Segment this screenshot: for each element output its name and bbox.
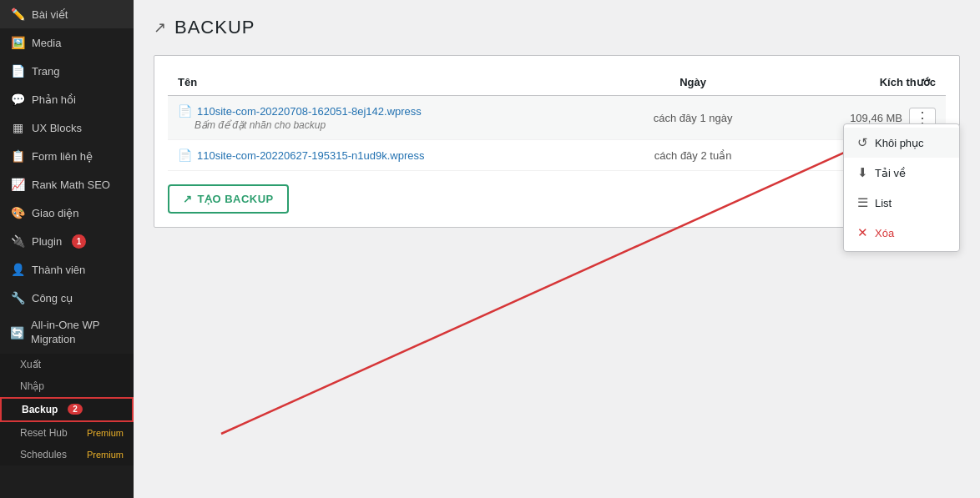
sidebar-item-rank-math-seo[interactable]: 📈 Rank Math SEO [0, 170, 134, 199]
col-header-name: Tên [168, 69, 596, 96]
user-icon: 👤 [10, 262, 25, 277]
restore-label: Khôi phục [875, 137, 924, 149]
sidebar-item-all-in-one[interactable]: 🔄 All-in-One WP Migration [0, 312, 134, 354]
file-name-1[interactable]: 110site-com-20220708-162051-8ej142.wpres… [197, 105, 422, 118]
list-icon: ☰ [857, 195, 868, 210]
table-row[interactable]: 📄 110site-com-20220708-162051-8ej142.wpr… [168, 96, 946, 140]
size-value-1: 109,46 MB [850, 112, 902, 124]
sidebar-submenu-all-in-one: Xuất Nhập Backup 2 Reset Hub Premium Sch… [0, 354, 134, 465]
sidebar-item-trang[interactable]: 📄 Trang [0, 57, 134, 85]
sidebar-item-nhap[interactable]: Nhập [0, 375, 134, 397]
export-icon: ↗ [154, 18, 166, 37]
backup-table: Tên Ngày Kích thước 📄 110site-com-202207… [168, 69, 946, 171]
file-hint-1: Bấm để đặt nhãn cho backup [194, 119, 586, 131]
file-date-2: cách đây 2 tuần [596, 140, 791, 171]
main-content: ↗ BACKUP Tên Ngày Kích thước 📄 [134, 0, 980, 498]
create-backup-label: TẠO BACKUP [198, 193, 274, 205]
migration-icon: 🔄 [10, 325, 24, 340]
backup-badge: 2 [68, 404, 83, 415]
download-icon: ⬇ [857, 165, 868, 180]
backup-table-container: Tên Ngày Kích thước 📄 110site-com-202207… [154, 55, 960, 228]
file-name-2[interactable]: 110site-com-20220627-195315-n1ud9k.wpres… [197, 149, 424, 162]
sidebar: ✏️ Bài viết 🖼️ Media 📄 Trang 💬 Phản hồi … [0, 0, 134, 498]
dropdown-item-restore[interactable]: ↺ Khôi phục [844, 128, 959, 158]
edit-icon: ✏️ [10, 7, 25, 22]
dropdown-menu: ↺ Khôi phục ⬇ Tải về ☰ List ✕ Xóa [843, 123, 960, 252]
file-name-cell-1: 📄 110site-com-20220708-162051-8ej142.wpr… [168, 96, 596, 140]
col-header-size: Kích thước [791, 69, 946, 96]
sidebar-item-ux-blocks[interactable]: ▦ UX Blocks [0, 113, 134, 142]
dropdown-item-download[interactable]: ⬇ Tải về [844, 158, 959, 188]
page-icon: 📄 [10, 63, 25, 78]
media-icon: 🖼️ [10, 35, 25, 50]
create-backup-button[interactable]: ↗ TẠO BACKUP [168, 184, 289, 214]
list-label: List [875, 197, 892, 209]
tools-icon: 🔧 [10, 290, 25, 305]
sidebar-item-media[interactable]: 🖼️ Media [0, 28, 134, 57]
sidebar-item-thanh-vien[interactable]: 👤 Thành viên [0, 255, 134, 284]
reset-hub-premium: Premium [87, 428, 124, 438]
file-icon-1: 📄 [178, 104, 192, 118]
sidebar-item-reset-hub[interactable]: Reset Hub Premium [0, 422, 134, 444]
page-header: ↗ BACKUP [154, 17, 960, 38]
blocks-icon: ▦ [10, 120, 25, 135]
dropdown-item-delete[interactable]: ✕ Xóa [844, 218, 959, 248]
sidebar-item-schedules[interactable]: Schedules Premium [0, 444, 134, 465]
sidebar-item-cong-cu[interactable]: 🔧 Công cụ [0, 284, 134, 312]
col-header-date: Ngày [596, 69, 791, 96]
comment-icon: 💬 [10, 92, 25, 107]
download-label: Tải về [875, 167, 906, 179]
theme-icon: 🎨 [10, 205, 25, 220]
delete-label: Xóa [875, 227, 894, 239]
plugin-icon: 🔌 [10, 234, 25, 249]
file-date-1: cách đây 1 ngày [596, 96, 791, 140]
sidebar-item-form-lien-he[interactable]: 📋 Form liên hệ [0, 142, 134, 170]
sidebar-item-phan-hoi[interactable]: 💬 Phản hồi [0, 85, 134, 113]
sidebar-item-giao-dien[interactable]: 🎨 Giao diện [0, 199, 134, 227]
dropdown-item-list[interactable]: ☰ List [844, 188, 959, 218]
schedules-premium: Premium [87, 450, 124, 460]
form-icon: 📋 [10, 148, 25, 163]
page-title: BACKUP [174, 17, 255, 38]
restore-icon: ↺ [857, 135, 868, 150]
delete-icon: ✕ [857, 225, 868, 240]
sidebar-item-bai-viet[interactable]: ✏️ Bài viết [0, 0, 134, 28]
seo-icon: 📈 [10, 177, 25, 192]
file-name-cell-2: 📄 110site-com-20220627-195315-n1ud9k.wpr… [168, 140, 596, 171]
sidebar-item-backup[interactable]: Backup 2 [0, 397, 134, 422]
file-icon-2: 📄 [178, 148, 192, 162]
sidebar-item-xuat[interactable]: Xuất [0, 354, 134, 375]
table-row[interactable]: 📄 110site-com-20220627-195315-n1ud9k.wpr… [168, 140, 946, 171]
create-backup-icon: ↗ [183, 193, 193, 205]
sidebar-item-plugin[interactable]: 🔌 Plugin 1 [0, 227, 134, 255]
plugin-badge: 1 [72, 234, 86, 249]
